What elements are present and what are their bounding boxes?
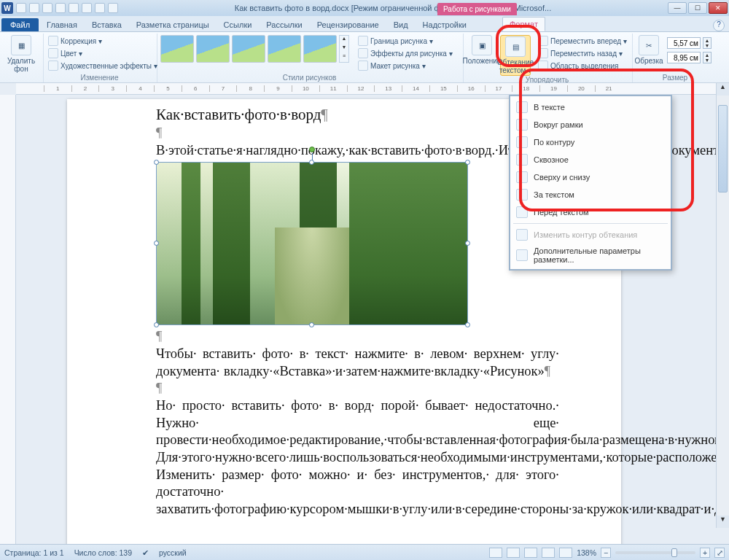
- qat-undo-icon[interactable]: [29, 3, 39, 13]
- wrap-text-button[interactable]: ▤ Обтекание текстом ▾: [500, 35, 531, 76]
- fullscreen-reading-view-button[interactable]: [507, 548, 520, 558]
- wrap-behind-item[interactable]: За текстом: [510, 186, 671, 203]
- tab-file[interactable]: Файл: [1, 18, 39, 31]
- maximize-button[interactable]: ☐: [688, 2, 707, 14]
- qat-print-icon[interactable]: [82, 3, 92, 13]
- wrap-square-item[interactable]: Вокруг рамки: [510, 116, 671, 133]
- style-thumb[interactable]: [232, 35, 265, 63]
- wrap-through-item[interactable]: Сквозное: [510, 151, 671, 168]
- tab-view[interactable]: Вид: [387, 18, 415, 31]
- tab-mailings[interactable]: Рассылки: [260, 18, 308, 31]
- edit-points-icon: [516, 229, 528, 241]
- web-layout-view-button[interactable]: [524, 548, 537, 558]
- page-indicator[interactable]: Страница: 1 из 1: [4, 548, 64, 557]
- gallery-scroll[interactable]: ▲▼≡: [339, 35, 349, 63]
- zoom-level[interactable]: 138%: [577, 548, 596, 557]
- picture-layout-button[interactable]: Макет рисунка ▾: [356, 60, 454, 71]
- zoom-in-button[interactable]: +: [700, 548, 710, 558]
- tab-insert[interactable]: Вставка: [85, 18, 128, 31]
- scroll-up-icon[interactable]: ▲: [717, 83, 729, 96]
- qat-preview-icon[interactable]: [95, 3, 105, 13]
- selection-pane-button[interactable]: Область выделения: [537, 60, 628, 71]
- style-thumb[interactable]: [303, 35, 337, 63]
- zoom-fit-button[interactable]: ⤢: [714, 548, 725, 558]
- resize-handle-r[interactable]: [465, 241, 470, 246]
- horizontal-ruler[interactable]: 123456789101112131415161718192021: [16, 83, 716, 95]
- style-thumb[interactable]: [196, 35, 230, 63]
- resize-handle-tr[interactable]: [465, 160, 470, 165]
- corrections-button[interactable]: Коррекция ▾: [47, 35, 159, 47]
- resize-handle-br[interactable]: [465, 322, 470, 327]
- qat-save-icon[interactable]: [16, 3, 26, 13]
- paragraph[interactable]: В·этой·статье·я·наглядно·покажу,·как·вст…: [156, 142, 559, 160]
- draft-view-button[interactable]: [559, 548, 572, 558]
- paragraph-mark[interactable]: [156, 328, 559, 346]
- style-thumb[interactable]: [268, 35, 301, 63]
- bring-forward-button[interactable]: Переместить вперед ▾: [537, 35, 628, 47]
- picture-border-button[interactable]: Граница рисунка ▾: [356, 35, 454, 47]
- wrap-topbottom-item[interactable]: Сверху и снизу: [510, 168, 671, 186]
- vertical-scrollbar[interactable]: ▲ ▼: [716, 83, 729, 528]
- group-picture-styles: ▲▼≡ Граница рисунка ▾ Эффекты для рисунк…: [157, 34, 464, 82]
- scrollbar-thumb[interactable]: [718, 105, 728, 192]
- tab-review[interactable]: Рецензирование: [311, 18, 386, 31]
- tab-page-layout[interactable]: Разметка страницы: [130, 18, 216, 31]
- edit-wrap-points-item: Изменить контур обтекания: [510, 226, 671, 244]
- paragraph[interactable]: Но· просто· вставить· фото· в· ворд· пор…: [156, 397, 559, 449]
- selected-image[interactable]: [156, 162, 468, 325]
- tab-format[interactable]: Формат: [502, 17, 545, 31]
- send-backward-icon: [538, 48, 548, 58]
- width-input[interactable]: ▲▼: [665, 52, 712, 63]
- crop-button[interactable]: ✂ Обрезка: [636, 35, 662, 65]
- send-backward-button[interactable]: Переместить назад ▾: [537, 47, 628, 59]
- artistic-effects-button[interactable]: Художественные эффекты ▾: [47, 60, 159, 71]
- print-layout-view-button[interactable]: [489, 548, 502, 558]
- zoom-out-button[interactable]: −: [601, 548, 611, 558]
- document-title[interactable]: Как·вставить·фото·в·ворд: [156, 105, 559, 125]
- more-layout-options-item[interactable]: Дополнительные параметры разметки...: [510, 244, 671, 267]
- picture-effects-button[interactable]: Эффекты для рисунка ▾: [356, 47, 454, 59]
- remove-background-icon: ▦: [11, 35, 31, 55]
- paragraph[interactable]: Чтобы· вставить· фото· в· текст· нажмите…: [156, 346, 559, 380]
- height-input[interactable]: ▲▼: [665, 37, 712, 49]
- zoom-slider[interactable]: [615, 551, 695, 554]
- more-options-icon: [516, 249, 528, 261]
- zoom-slider-thumb[interactable]: [671, 548, 677, 557]
- color-button[interactable]: Цвет ▾: [47, 47, 159, 59]
- bring-forward-icon: [538, 36, 548, 46]
- resize-handle-bl[interactable]: [154, 322, 159, 327]
- outline-view-button[interactable]: [542, 548, 555, 558]
- qat-email-icon[interactable]: [108, 3, 118, 13]
- wrap-inline-item[interactable]: В тексте: [510, 98, 671, 116]
- wrap-inline-icon: [516, 101, 528, 113]
- tab-home[interactable]: Главная: [40, 18, 84, 31]
- qat-open-icon[interactable]: [69, 3, 79, 13]
- wrap-tight-item[interactable]: По контуру: [510, 133, 671, 151]
- paragraph[interactable]: Для·этого·нужно·всего·лишь·воспользовать…: [156, 449, 559, 467]
- style-thumb[interactable]: [160, 35, 194, 63]
- word-count[interactable]: Число слов: 139: [74, 548, 132, 557]
- scroll-down-icon[interactable]: ▼: [717, 516, 729, 528]
- minimize-button[interactable]: —: [668, 2, 687, 14]
- group-arrange: ▣ Положение ▤ Обтекание текстом ▾ Переме…: [464, 34, 633, 82]
- tab-references[interactable]: Ссылки: [217, 18, 259, 31]
- effects-icon: [358, 48, 368, 58]
- proofing-icon[interactable]: ✔: [142, 548, 149, 557]
- qat-redo-icon[interactable]: [42, 3, 52, 13]
- paragraph[interactable]: Изменить· размер· фото· можно· и· без· и…: [156, 467, 559, 518]
- tab-addins[interactable]: Надстройки: [416, 18, 473, 31]
- paragraph-mark[interactable]: [156, 125, 559, 142]
- qat-new-icon[interactable]: [55, 3, 66, 13]
- editor-workspace: 123456789101112131415161718192021 ▲ ▼ Ка…: [0, 83, 729, 544]
- help-icon[interactable]: ?: [713, 20, 725, 31]
- paragraph-mark[interactable]: [156, 380, 559, 397]
- picture-styles-gallery[interactable]: ▲▼≡: [160, 35, 349, 63]
- resize-handle-b[interactable]: [309, 322, 314, 327]
- vertical-ruler[interactable]: [0, 95, 16, 544]
- close-button[interactable]: ✕: [709, 2, 728, 14]
- language-indicator[interactable]: русский: [159, 548, 187, 557]
- wrap-front-item[interactable]: Перед текстом: [510, 203, 671, 221]
- wrap-through-icon: [516, 154, 528, 166]
- position-button[interactable]: ▣ Положение: [467, 35, 497, 65]
- remove-background-button[interactable]: ▦ Удалить фон: [6, 35, 36, 73]
